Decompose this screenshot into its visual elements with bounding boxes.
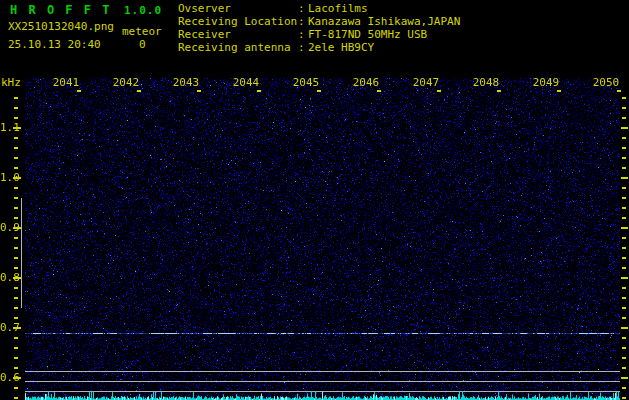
info-value: Kanazawa Ishikawa,JAPAN [308,15,460,28]
freq-minor-tick-right [622,347,626,349]
time-minute-tick [257,90,261,92]
time-label: 2043 [164,77,208,89]
freq-major-label: 0.7 [0,322,13,334]
freq-minor-tick [14,247,18,249]
freq-minor-tick-right [622,97,626,99]
freq-minor-tick-right [622,107,626,109]
freq-minor-tick [14,157,18,159]
freq-minor-tick-right [622,167,626,169]
observation-datetime: 25.10.13 20:40 [8,39,101,51]
freq-major-tick-right [621,277,628,279]
freq-major-tick [13,277,21,279]
freq-minor-tick-right [622,207,626,209]
info-value: FT-817ND 50MHz USB [308,28,427,41]
meteor-counter-label: meteor [122,26,162,38]
info-separator: : [298,28,308,41]
freq-axis-unit: kHz [1,77,21,89]
freq-minor-tick-right [622,237,626,239]
time-minute-tick [437,90,441,92]
info-row-observer: Ovserver : Lacofilms [178,2,460,15]
freq-minor-tick [14,117,18,119]
freq-minor-tick-right [622,337,626,339]
freq-major-tick [13,327,21,329]
info-label: Receiving Location [178,15,298,28]
freq-major-tick-right [621,227,628,229]
freq-major-label: 0.9 [0,222,13,234]
freq-minor-tick [14,347,18,349]
freq-minor-tick-right [622,157,626,159]
freq-major-label: 0.8 [0,272,13,284]
freq-minor-tick [14,257,18,259]
freq-minor-tick [14,237,18,239]
info-row-antenna: Receiving antenna : 2ele HB9CY [178,41,460,54]
time-label: 2041 [44,77,88,89]
freq-minor-tick-right [622,247,626,249]
time-label: 2046 [344,77,388,89]
info-value: 2ele HB9CY [308,41,374,54]
freq-minor-tick-right [622,287,626,289]
time-minute-tick [317,90,321,92]
freq-minor-tick-right [622,187,626,189]
freq-minor-tick-right [622,147,626,149]
time-label: 2045 [284,77,328,89]
freq-minor-tick-right [622,267,626,269]
freq-minor-tick [14,317,18,319]
freq-minor-tick-right [622,397,626,399]
freq-major-label: 0.6 [0,372,13,384]
freq-minor-tick [14,337,18,339]
detection-band-marker [21,198,22,308]
freq-minor-tick-right [622,387,626,389]
freq-minor-tick [14,137,18,139]
freq-major-tick-right [621,327,628,329]
time-label: 2050 [584,77,628,89]
freq-major-tick [13,227,21,229]
time-minute-tick [137,90,141,92]
time-minute-tick [497,90,501,92]
freq-minor-tick-right [622,307,626,309]
freq-major-label: 1.0 [0,172,13,184]
freq-minor-tick-right [622,117,626,119]
freq-minor-tick [14,297,18,299]
freq-minor-tick [14,97,18,99]
freq-minor-tick [14,287,18,289]
freq-minor-tick [14,367,18,369]
info-row-receiver: Receiver : FT-817ND 50MHz USB [178,28,460,41]
freq-minor-tick-right [622,357,626,359]
freq-major-tick-right [621,377,628,379]
freq-major-tick [13,377,21,379]
time-minute-tick [377,90,381,92]
freq-minor-tick-right [622,197,626,199]
info-separator: : [298,2,308,15]
meteor-count-value: 0 [139,39,146,51]
time-minute-tick [197,90,201,92]
freq-minor-tick [14,397,18,399]
freq-minor-tick [14,207,18,209]
freq-minor-tick [14,197,18,199]
freq-minor-tick [14,267,18,269]
info-label: Receiving antenna [178,41,298,54]
hrofft-window: H R O F F T 1.0.0 XX2510132040.png meteo… [0,0,629,400]
app-title: H R O F F T [10,3,111,17]
freq-major-label: 1.1 [0,122,13,134]
freq-minor-tick [14,307,18,309]
time-minute-tick [77,90,81,92]
info-row-location: Receiving Location : Kanazawa Ishikawa,J… [178,15,460,28]
time-label: 2049 [524,77,568,89]
info-label: Ovserver [178,2,298,15]
freq-minor-tick [14,107,18,109]
output-filename: XX2510132040.png [8,21,114,33]
freq-major-tick-right [621,177,628,179]
info-separator: : [298,15,308,28]
time-minute-tick [557,90,561,92]
freq-minor-tick [14,187,18,189]
info-separator: : [298,41,308,54]
freq-minor-tick-right [622,137,626,139]
time-label: 2042 [104,77,148,89]
freq-major-tick-right [621,127,628,129]
time-minute-tick [617,90,621,92]
freq-major-tick [13,177,21,179]
station-info-panel: Ovserver : Lacofilms Receiving Location … [178,2,460,54]
freq-minor-tick-right [622,297,626,299]
time-label: 2044 [224,77,268,89]
freq-minor-tick [14,167,18,169]
